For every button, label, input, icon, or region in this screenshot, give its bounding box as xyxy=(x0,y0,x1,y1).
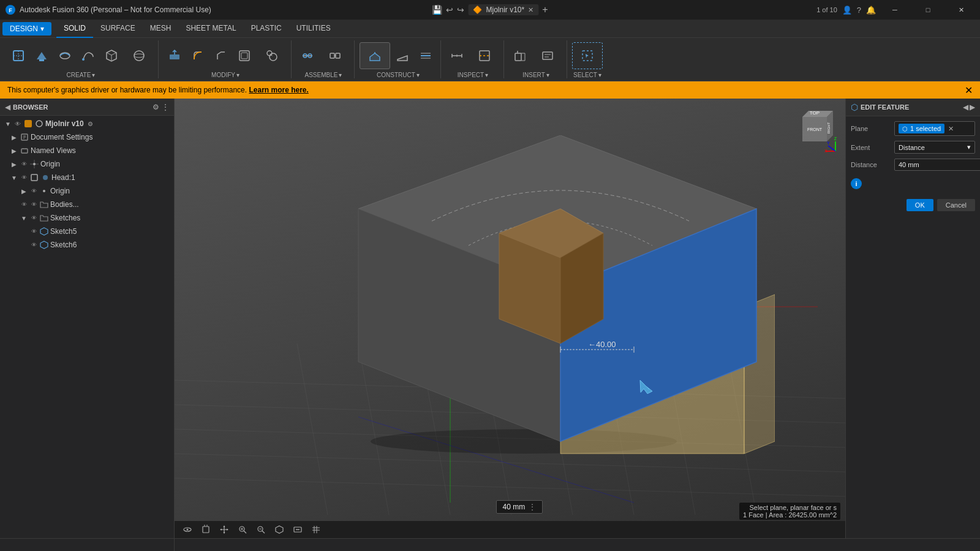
notif-close-btn[interactable]: ✕ xyxy=(965,84,973,96)
sketch5-eye-icon[interactable]: 👁 xyxy=(29,227,38,236)
zoom-fit-btn[interactable] xyxy=(253,523,269,536)
named-views-arrow[interactable]: ▶ xyxy=(10,146,18,155)
midplane-btn[interactable] xyxy=(415,42,437,69)
box-btn[interactable] xyxy=(100,42,123,69)
extent-select[interactable]: Distance ▾ xyxy=(894,141,975,154)
browser-settings-icon[interactable]: ⚙ xyxy=(153,103,159,111)
extrude-btn[interactable] xyxy=(31,42,53,69)
more-modify-btn[interactable] xyxy=(257,42,287,69)
viewcube[interactable]: TOP FRONT RIGHT Z X Y xyxy=(790,105,839,154)
origin-eye-icon[interactable]: 👁 xyxy=(20,160,28,168)
close-tab-icon[interactable]: ✕ xyxy=(528,6,533,14)
close-btn[interactable]: ✕ xyxy=(947,0,975,20)
pan-btn[interactable] xyxy=(216,523,232,536)
notification-btn[interactable]: 🔔 xyxy=(866,6,876,15)
angle-plane-btn[interactable] xyxy=(391,42,413,69)
browser-collapse-btn[interactable]: ◀ xyxy=(5,103,10,111)
plane-clear-btn[interactable]: ✕ xyxy=(948,125,954,133)
sketch6-eye-icon[interactable]: 👁 xyxy=(29,241,38,249)
select-btn[interactable] xyxy=(572,42,603,69)
info-icon[interactable]: i xyxy=(851,178,862,189)
tree-item-origin2[interactable]: ▶ 👁 Origin xyxy=(0,184,174,198)
tab-sheet-metal[interactable]: SHEET METAL xyxy=(178,20,243,38)
revolve-btn[interactable] xyxy=(54,42,76,69)
tree-item-sketches[interactable]: ▼ 👁 Sketches xyxy=(0,211,174,225)
assemble-tools xyxy=(296,40,350,70)
tab-plastic[interactable]: PLASTIC xyxy=(244,20,289,38)
tree-item-doc-settings[interactable]: ▶ Document Settings xyxy=(0,130,174,144)
tree-item-bodies[interactable]: 👁 👁 Bodies... xyxy=(0,198,174,211)
modify-label[interactable]: MODIFY ▾ xyxy=(211,72,239,78)
mjolnir-eye-icon[interactable]: 👁 xyxy=(13,119,22,128)
shell-btn[interactable] xyxy=(233,42,255,69)
cancel-button[interactable]: Cancel xyxy=(937,199,975,211)
tree-item-sketch6[interactable]: 👁 Sketch6 xyxy=(0,238,174,252)
distance-input[interactable] xyxy=(894,159,980,171)
panel-right-arrow[interactable]: ▶ xyxy=(970,103,975,111)
sketches-arrow[interactable]: ▼ xyxy=(20,214,28,222)
browser-resize-handle[interactable]: ⋮ xyxy=(162,103,169,111)
inspect-label[interactable]: INSPECT ▾ xyxy=(458,72,488,78)
tab-mesh[interactable]: MESH xyxy=(143,20,179,38)
insert-label[interactable]: INSERT ▾ xyxy=(522,72,549,78)
joint-btn[interactable] xyxy=(296,42,318,69)
rigid-group-btn[interactable] xyxy=(320,42,350,69)
insert-mesh-btn[interactable] xyxy=(509,42,531,69)
zoom-btn[interactable] xyxy=(235,523,251,536)
tree-item-sketch5[interactable]: 👁 Sketch5 xyxy=(0,225,174,238)
minimize-btn[interactable]: ─ xyxy=(881,0,909,20)
quick-redo[interactable]: ↪ xyxy=(457,5,464,15)
more-insert-btn[interactable] xyxy=(532,42,563,69)
offset-plane-btn[interactable] xyxy=(360,42,390,69)
quick-undo[interactable]: ↩ xyxy=(446,5,453,15)
dim-options-icon[interactable]: ⋮ xyxy=(529,503,536,511)
viewport[interactable]: ←40.00 40 mm ⋮ Select plane, planar face… xyxy=(175,99,845,538)
sweep-btn[interactable] xyxy=(77,42,99,69)
origin-arrow[interactable]: ▶ xyxy=(10,160,18,168)
head1-arrow[interactable]: ▼ xyxy=(10,173,18,182)
help-btn[interactable]: ? xyxy=(857,6,861,15)
more-create-btn[interactable] xyxy=(124,42,154,69)
maximize-btn[interactable]: □ xyxy=(914,0,942,20)
view-cube-toggle[interactable] xyxy=(271,523,287,536)
display-settings-btn[interactable] xyxy=(290,523,306,536)
titlebar-right: 1 of 10 👤 ? 🔔 ─ □ ✕ xyxy=(816,0,975,20)
tree-item-head1[interactable]: ▼ 👁 Head:1 xyxy=(0,171,174,184)
file-tab[interactable]: 🔶 Mjolnir v10* ✕ xyxy=(468,4,538,15)
mjolnir-collapse-arrow[interactable]: ▼ xyxy=(4,119,12,128)
tree-item-named-views[interactable]: ▶ Named Views xyxy=(0,144,174,157)
grid-settings-btn[interactable] xyxy=(308,523,324,536)
chamfer-btn[interactable] xyxy=(210,42,232,69)
fillet-btn[interactable] xyxy=(187,42,209,69)
orbit-btn[interactable] xyxy=(179,523,195,536)
origin2-arrow[interactable]: ▶ xyxy=(20,187,28,195)
head1-eye-icon[interactable]: 👁 xyxy=(20,173,28,182)
design-dropdown-btn[interactable]: DESIGN ▾ xyxy=(2,22,51,36)
more-inspect-btn[interactable] xyxy=(469,42,500,69)
tree-item-origin[interactable]: ▶ 👁 Origin xyxy=(0,157,174,171)
bodies-eye-icon[interactable]: 👁 xyxy=(20,200,28,209)
tab-utilities[interactable]: UTILITIES xyxy=(289,20,338,38)
ok-button[interactable]: OK xyxy=(907,199,933,211)
quick-save[interactable]: 💾 xyxy=(432,5,442,15)
tab-surface[interactable]: SURFACE xyxy=(93,20,143,38)
origin2-eye-icon[interactable]: 👁 xyxy=(29,187,38,195)
doc-settings-arrow[interactable]: ▶ xyxy=(10,133,18,141)
measure-btn[interactable] xyxy=(446,42,468,69)
new-tab-btn[interactable]: + xyxy=(542,4,548,15)
assemble-label[interactable]: ASSEMBLE ▾ xyxy=(305,72,342,78)
sketches-eye-icon[interactable]: 👁 xyxy=(29,214,38,222)
construct-label[interactable]: CONSTRUCT ▾ xyxy=(377,72,420,78)
mjolnir-settings-btn[interactable]: ⚙ xyxy=(88,121,93,127)
create-new-body-btn[interactable] xyxy=(7,42,29,69)
tab-solid[interactable]: SOLID xyxy=(56,20,93,38)
press-pull-btn[interactable] xyxy=(164,42,186,69)
notif-link[interactable]: Learn more here. xyxy=(249,86,308,94)
fit-view-btn[interactable] xyxy=(198,523,214,536)
bodies-visible-icon[interactable]: 👁 xyxy=(29,200,38,209)
panel-left-arrow[interactable]: ◀ xyxy=(963,103,968,111)
tree-item-mjolnir[interactable]: ▼ 👁 Mjolnir v10 ⚙ xyxy=(0,117,174,130)
select-label[interactable]: SELECT ▾ xyxy=(573,72,601,78)
create-label[interactable]: CREATE ▾ xyxy=(67,72,96,78)
account-btn[interactable]: 👤 xyxy=(842,6,852,15)
